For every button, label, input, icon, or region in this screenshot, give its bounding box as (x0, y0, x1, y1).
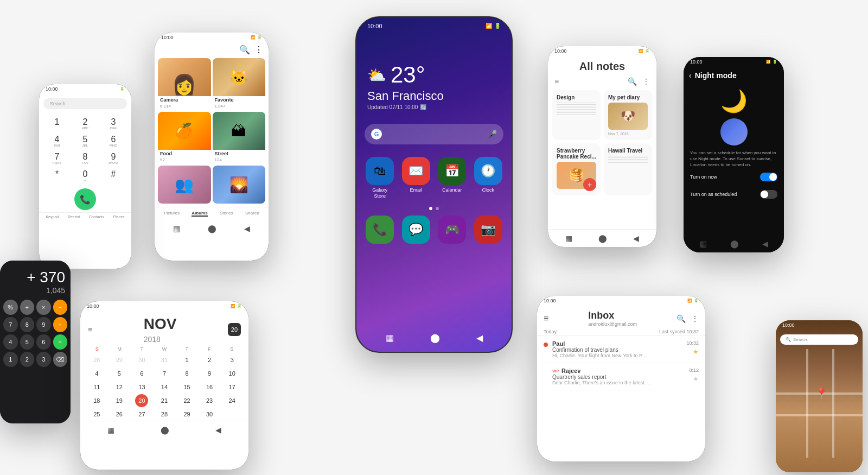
note-pet-diary[interactable]: My pet diary 🐶 Nov 7, 2018 (604, 90, 652, 140)
app-clock[interactable]: 🕐 Clock (473, 157, 504, 199)
nav-home-icon[interactable]: ⬤ (430, 333, 440, 343)
nav-recents-icon[interactable]: ▦ (386, 333, 394, 343)
gallery-nav-back[interactable]: ◀ (244, 224, 250, 233)
cal-day-6[interactable]: 6 (135, 367, 148, 380)
map-area[interactable]: 📍 (776, 349, 863, 458)
notes-search-icon[interactable]: 🔍 (628, 77, 637, 86)
calc-7[interactable]: 7 (3, 317, 18, 332)
cal-day-22[interactable]: 22 (181, 394, 194, 407)
cal-nav-back[interactable]: ◀ (215, 426, 221, 434)
cal-day-25[interactable]: 25 (90, 408, 103, 421)
cal-day-2[interactable]: 2 (203, 353, 216, 366)
calc-2[interactable]: 2 (20, 352, 35, 367)
cal-day-28[interactable]: 28 (158, 408, 171, 421)
cal-day-10[interactable]: 10 (226, 367, 239, 380)
calc-9[interactable]: 9 (36, 317, 51, 332)
key-star[interactable]: * (43, 168, 71, 184)
gallery-tab-albums[interactable]: Albums (192, 211, 207, 217)
key-9[interactable]: 9WXYZ (100, 150, 127, 167)
gallery-thumb-mountain[interactable]: 🏔 Street 124 (213, 112, 266, 164)
calc-backspace[interactable]: ⌫ (53, 352, 68, 367)
notes-more-icon[interactable]: ⋮ (642, 77, 650, 86)
app-games[interactable]: 🎮 (437, 216, 468, 246)
email-paul-star[interactable]: ★ (693, 348, 699, 356)
note-design[interactable]: Design (552, 90, 601, 140)
cal-day-29[interactable]: 29 (181, 408, 194, 421)
calc-divide[interactable]: ÷ (20, 300, 35, 315)
key-2[interactable]: 2ABC (72, 116, 99, 132)
notes-nav-recents[interactable]: ▦ (565, 234, 572, 243)
cal-day-11[interactable]: 11 (90, 381, 103, 394)
cal-day-13[interactable]: 13 (135, 381, 148, 394)
key-1[interactable]: 1 (43, 116, 71, 132)
notes-nav-back[interactable]: ◀ (633, 234, 639, 243)
tab-places[interactable]: Places (113, 215, 125, 219)
note-add-button[interactable]: + (583, 178, 596, 191)
calc-6[interactable]: 6 (36, 334, 51, 350)
calc-5[interactable]: 5 (20, 334, 35, 350)
calc-1[interactable]: 1 (3, 352, 18, 367)
cal-day-26[interactable]: 26 (113, 408, 126, 421)
calc-4[interactable]: 4 (3, 334, 18, 350)
toggle-on-now[interactable] (760, 173, 777, 181)
cal-nav-recents[interactable]: ▦ (107, 426, 114, 434)
night-back-button[interactable]: ‹ (689, 71, 692, 80)
app-camera[interactable]: 📷 (473, 216, 504, 246)
app-messages[interactable]: 💬 (401, 216, 432, 246)
app-email[interactable]: ✉️ Email (401, 157, 432, 199)
gmail-search-icon[interactable]: 🔍 (676, 314, 686, 323)
notes-menu-icon[interactable]: ≡ (554, 77, 559, 86)
cal-day-14[interactable]: 14 (158, 381, 171, 394)
cal-day-8[interactable]: 8 (181, 367, 194, 380)
calc-percent[interactable]: % (3, 300, 18, 315)
cal-day-18[interactable]: 18 (90, 394, 103, 407)
maps-search-bar[interactable]: 🔍 Search (780, 334, 858, 345)
email-paul[interactable]: Paul Confirmation of travel plans Hi, Ch… (537, 336, 705, 363)
gallery-tab-pictures[interactable]: Pictures (164, 211, 180, 217)
page-dot-1[interactable] (429, 207, 432, 210)
gallery-thumb-people[interactable]: 👥 (158, 166, 211, 204)
gallery-thumb-cat[interactable]: 🐱 Favorite 1,847 (213, 58, 266, 110)
tab-keypad[interactable]: Keypad (46, 215, 59, 219)
cal-day-12[interactable]: 12 (113, 381, 126, 394)
calc-equals[interactable]: = (53, 334, 68, 350)
cal-day-31prev[interactable]: 31 (158, 353, 171, 366)
app-calendar[interactable]: 📅 Calendar (437, 157, 468, 199)
key-4[interactable]: 4GHI (43, 133, 71, 149)
gallery-nav-recents[interactable]: ▦ (173, 224, 180, 233)
cal-day-30[interactable]: 30 (203, 408, 216, 421)
cal-day-30prev[interactable]: 30 (135, 353, 148, 366)
gallery-thumb-landscape[interactable]: 🌄 (213, 166, 266, 204)
calc-3[interactable]: 3 (36, 352, 51, 367)
cal-day-23[interactable]: 23 (203, 394, 216, 407)
cal-nav-home[interactable]: ⬤ (161, 426, 169, 434)
cal-day-27[interactable]: 27 (135, 408, 148, 421)
call-button[interactable]: 📞 (74, 188, 96, 210)
cal-day-16[interactable]: 16 (203, 381, 216, 394)
app-galaxy-store[interactable]: 🛍 GalaxyStore (365, 157, 395, 199)
email-rajeev[interactable]: VIP Rajeev Quartrerly sales report Dear … (537, 363, 705, 390)
cal-day-24[interactable]: 24 (226, 394, 239, 407)
night-nav-home[interactable]: ⬤ (730, 239, 739, 248)
cal-day-29prev[interactable]: 29 (113, 353, 126, 366)
cal-day-5[interactable]: 5 (113, 367, 126, 380)
cal-day-1[interactable]: 1 (181, 353, 194, 366)
calc-8[interactable]: 8 (20, 317, 35, 332)
gallery-thumb-person[interactable]: 👩 Camera 6,114 (158, 58, 211, 110)
key-5[interactable]: 5JKL (72, 133, 99, 149)
night-nav-recents[interactable]: ▦ (700, 239, 707, 248)
key-8[interactable]: 8TUV (72, 150, 99, 167)
key-7[interactable]: 7PQRS (43, 150, 71, 167)
night-nav-back[interactable]: ◀ (762, 239, 768, 248)
gallery-more-icon[interactable]: ⋮ (254, 45, 263, 55)
cal-day-4[interactable]: 4 (90, 367, 103, 380)
note-strawberry[interactable]: StrawberryPancake Reci... 🥞 + (552, 143, 601, 195)
gallery-tab-stories[interactable]: Stories (220, 211, 233, 217)
gallery-nav-home[interactable]: ⬤ (208, 224, 216, 233)
nav-back-icon[interactable]: ◀ (476, 333, 483, 343)
calc-plus[interactable]: + (53, 317, 68, 332)
notes-nav-home[interactable]: ⬤ (598, 234, 607, 243)
key-6[interactable]: 6MNO (100, 133, 127, 149)
cal-day-7[interactable]: 7 (158, 367, 171, 380)
cal-day-3[interactable]: 3 (226, 353, 239, 366)
